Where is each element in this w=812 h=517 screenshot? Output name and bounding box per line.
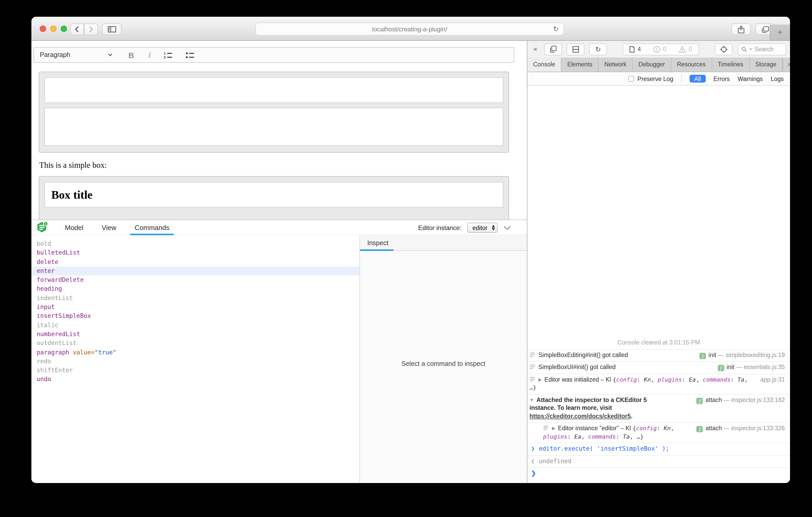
ck-tab-commands[interactable]: Commands: [129, 220, 175, 235]
command-item-paragraph[interactable]: paragraph value="true": [31, 348, 359, 357]
command-item-bold[interactable]: bold: [31, 239, 359, 249]
console-scope-warnings[interactable]: Warnings: [738, 75, 763, 82]
sidebar-toggle-button[interactable]: [102, 24, 121, 35]
share-icon: [738, 25, 745, 33]
web-page-pane: Paragraph B I 1 2: [31, 41, 527, 483]
disclosure-collapsed-icon[interactable]: ▶: [539, 377, 542, 382]
inspector-tab-storage[interactable]: Storage: [750, 58, 783, 71]
simple-box-widget[interactable]: [39, 71, 509, 153]
inspector-tab-resources[interactable]: Resources: [671, 58, 712, 71]
error-count-button[interactable]: 0: [647, 46, 673, 53]
simple-box-title-field[interactable]: [45, 78, 503, 103]
reload-page-button[interactable]: ↻: [589, 43, 607, 55]
preserve-log-checkbox[interactable]: [629, 76, 634, 82]
console-text: Editor was initialized – Kl: [544, 376, 613, 383]
console-scope-logs[interactable]: Logs: [771, 75, 784, 82]
dock-bottom-button[interactable]: [567, 43, 584, 55]
command-item-input[interactable]: input: [31, 303, 359, 312]
simple-box-widget-2[interactable]: Box title: [39, 176, 509, 219]
svg-text:1: 1: [164, 52, 166, 55]
editor-instance-value: editor: [472, 224, 488, 231]
simple-box-description-field[interactable]: [45, 108, 503, 146]
chevron-down-icon[interactable]: [108, 53, 113, 57]
detach-inspector-button[interactable]: [544, 43, 562, 55]
console-text: Kn: [644, 376, 651, 383]
close-inspector-button[interactable]: ×: [531, 45, 540, 53]
inspector-tab-console[interactable]: Console: [527, 58, 561, 71]
source-location[interactable]: finit — essentials.js:35: [718, 363, 785, 371]
ck-tab-model[interactable]: Model: [60, 220, 89, 235]
command-item-italic[interactable]: italic: [31, 321, 359, 330]
editor-toolbar: Paragraph B I 1 2: [33, 47, 514, 63]
console-row: ❯editor.execute( 'insertSimpleBox' );: [527, 443, 790, 455]
paragraph-dropdown[interactable]: Paragraph: [40, 51, 70, 59]
ck-tab-view[interactable]: View: [96, 220, 122, 235]
command-item-enter[interactable]: enter: [31, 267, 359, 276]
numbered-list-button[interactable]: 1 2: [164, 52, 173, 58]
more-tabs-button[interactable]: »: [783, 58, 790, 71]
console-row: ❯: [527, 467, 790, 483]
inspector-search-field[interactable]: Search: [738, 43, 786, 55]
console-scope-all[interactable]: All: [690, 75, 706, 83]
select-stepper-icon: [492, 225, 495, 231]
function-badge-icon: f: [697, 426, 703, 432]
browser-titlebar: localhost/creating-a-plugin/ ↻ +: [31, 17, 790, 41]
svg-text:2: 2: [164, 55, 166, 58]
inspector-tab-network[interactable]: Network: [599, 58, 633, 71]
source-location[interactable]: fattach — inspector.js:133:326: [697, 424, 785, 433]
command-item-shiftEnter[interactable]: shiftEnter: [31, 366, 359, 375]
close-window-button[interactable]: [40, 26, 46, 32]
command-item-indentList[interactable]: indentList: [31, 294, 359, 303]
command-item-undo[interactable]: undo: [31, 375, 359, 384]
inspector-tab-elements[interactable]: Elements: [561, 58, 599, 71]
console-row: finit — essentials.js:35SimpleBoxUI#init…: [527, 361, 790, 373]
inspector-tab-debugger[interactable]: Debugger: [633, 58, 671, 71]
new-tab-button[interactable]: +: [770, 25, 790, 40]
disclosure-collapsed-icon[interactable]: ▶: [552, 426, 555, 431]
console-scope-errors[interactable]: Errors: [714, 75, 730, 82]
preserve-log-toggle[interactable]: Preserve Log: [629, 75, 673, 82]
forward-button[interactable]: [84, 24, 98, 35]
warning-count-button[interactable]: 0: [673, 46, 698, 53]
disclosure-expanded-icon[interactable]: ▼: [529, 397, 534, 402]
plus-icon: +: [778, 28, 783, 37]
chevron-left-icon: [75, 26, 79, 32]
console-prompt-chevron-icon[interactable]: ❯: [531, 470, 536, 476]
command-item-forwardDelete[interactable]: forwardDelete: [31, 275, 359, 285]
page-resources-button[interactable]: 4: [624, 46, 647, 53]
command-item-bulletedList[interactable]: bulletedList: [31, 249, 359, 258]
inspector-toolbar: × ↻: [527, 41, 790, 58]
command-item-outdentList[interactable]: outdentList: [31, 339, 359, 348]
source-location[interactable]: finit — simpleboxediting.js:19: [700, 351, 785, 359]
tab-inspect[interactable]: Inspect: [360, 235, 396, 251]
command-item-heading[interactable]: heading: [31, 285, 359, 294]
simple-box-title-field-2[interactable]: Box title: [45, 182, 503, 208]
source-location[interactable]: app.js:31: [760, 375, 785, 384]
bulleted-list-button[interactable]: [186, 52, 195, 58]
element-picker-button[interactable]: [715, 43, 732, 55]
console-text: ,: [651, 376, 658, 383]
italic-button[interactable]: I: [148, 51, 151, 59]
command-item-delete[interactable]: delete: [31, 257, 359, 267]
command-item-insertSimpleBox[interactable]: insertSimpleBox: [31, 312, 359, 321]
share-button[interactable]: [731, 24, 751, 35]
console-text: SimpleBoxEditing#init() got called: [539, 352, 628, 358]
zoom-window-button[interactable]: [61, 26, 67, 32]
filter-divider: [681, 75, 682, 83]
address-bar[interactable]: localhost/creating-a-plugin/ ↻: [255, 23, 564, 35]
collapse-panel-chevron-icon[interactable]: [503, 225, 511, 230]
console-result-chevron-icon: ❮: [531, 457, 535, 464]
back-button[interactable]: [70, 24, 84, 35]
source-location[interactable]: fattach — inspector.js:133:182: [697, 396, 785, 404]
page-paragraph[interactable]: This is a simple box:: [39, 160, 527, 170]
console-text: :: [682, 376, 689, 383]
reload-icon[interactable]: ↻: [553, 25, 559, 33]
console-link[interactable]: https://ckeditor.com/docs/ckeditor5: [529, 413, 631, 419]
command-item-numberedList[interactable]: numberedList: [31, 330, 359, 339]
inspector-tab-timelines[interactable]: Timelines: [712, 58, 750, 71]
minimize-window-button[interactable]: [50, 26, 57, 32]
ckeditor-page: Paragraph B I 1 2: [31, 41, 527, 219]
bold-button[interactable]: B: [128, 51, 134, 59]
command-item-redo[interactable]: redo: [31, 357, 359, 366]
editor-instance-select[interactable]: editor: [467, 223, 498, 233]
